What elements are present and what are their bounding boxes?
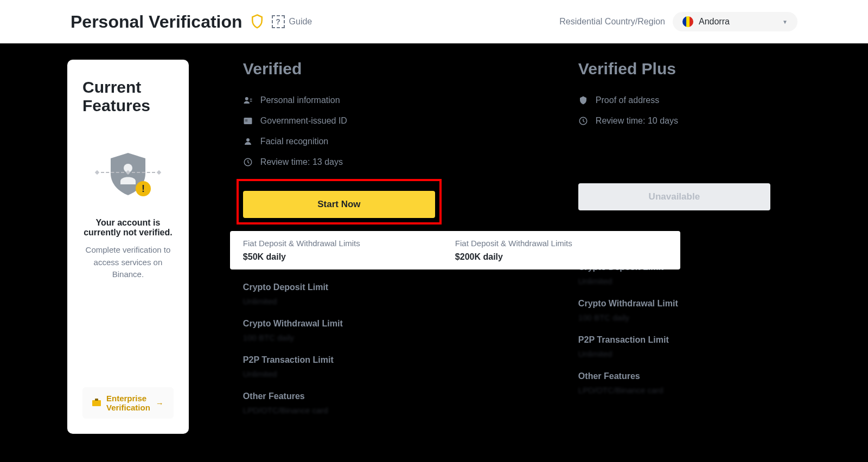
verification-sub-text: Complete verification to access services… — [82, 244, 174, 281]
warning-badge-icon: ! — [136, 181, 151, 196]
unverified-illustration: ! — [95, 153, 161, 202]
verification-status-text: Your account is currently not verified. — [82, 218, 174, 238]
start-now-button[interactable]: Start Now — [243, 191, 435, 218]
current-features-card: Current Features ! Your account is curre… — [67, 60, 189, 434]
unavailable-button: Unavailable — [578, 183, 770, 210]
briefcase-icon — [92, 399, 101, 408]
svg-rect-2 — [95, 399, 98, 401]
tier-verified-plus-title: Verified Plus — [578, 60, 868, 78]
chevron-down-icon: ▼ — [782, 19, 788, 25]
p2p-limit-verified: P2P Transaction Limit Unlimited — [243, 355, 578, 378]
req-review-time: Review time: 13 days — [243, 157, 578, 167]
req-gov-id: Government-issued ID — [243, 116, 578, 126]
guide-help-icon: ? — [272, 15, 285, 28]
country-selected-value: Andorra — [699, 17, 730, 27]
guide-label: Guide — [289, 17, 312, 27]
verification-shield-icon — [249, 14, 265, 30]
enterprise-label: Enterprise Verification — [106, 394, 150, 412]
tier-verified-title: Verified — [243, 60, 578, 78]
svg-rect-4 — [250, 99, 252, 100]
fiat-value-verified: $50K daily — [243, 252, 455, 262]
enterprise-verification-link[interactable]: Enterprise Verification → — [82, 387, 174, 419]
svg-point-8 — [246, 138, 250, 142]
req-personal-info: Personal information — [243, 95, 578, 105]
svg-rect-1 — [92, 400, 101, 406]
p2p-limit-plus: P2P Transaction Limit Unlimited — [578, 335, 868, 358]
arrow-right-icon: → — [156, 399, 164, 408]
req-facial: Facial recognition — [243, 137, 578, 146]
fiat-value-plus: $200K daily — [455, 252, 667, 262]
fiat-label-verified: Fiat Deposit & Withdrawal Limits — [243, 239, 455, 248]
crypto-withdrawal-limit-verified: Crypto Withdrawal Limit 100 BTC daily — [243, 319, 578, 342]
crypto-withdrawal-limit-plus: Crypto Withdrawal Limit 100 BTC daily — [578, 299, 868, 322]
start-now-highlight-box: Start Now — [237, 179, 442, 224]
country-label: Residential Country/Region — [559, 17, 665, 27]
page-header: Personal Verification ? Guide Residentia… — [0, 0, 868, 43]
other-features-plus: Other Features LPD/OTC/Binance card — [578, 371, 868, 395]
svg-rect-5 — [250, 101, 252, 102]
other-features-verified: Other Features LPD/OTC/Binance card — [243, 392, 578, 415]
req-proof-address: Proof of address — [578, 95, 868, 105]
andorra-flag-icon — [682, 16, 693, 27]
fiat-label-plus: Fiat Deposit & Withdrawal Limits — [455, 239, 667, 248]
guide-button[interactable]: ? Guide — [272, 15, 312, 28]
req-review-time-plus: Review time: 10 days — [578, 116, 868, 126]
fiat-limits-highlight: Fiat Deposit & Withdrawal Limits $50K da… — [230, 231, 680, 270]
page-title: Personal Verification — [71, 12, 242, 32]
svg-point-3 — [245, 97, 248, 100]
tier-verified: Verified Personal information Government… — [243, 60, 578, 415]
current-features-title: Current Features — [82, 78, 174, 115]
country-select[interactable]: Andorra ▼ — [673, 12, 797, 31]
crypto-deposit-limit-verified: Crypto Deposit Limit Unlimited — [243, 283, 578, 306]
svg-rect-7 — [245, 119, 248, 122]
